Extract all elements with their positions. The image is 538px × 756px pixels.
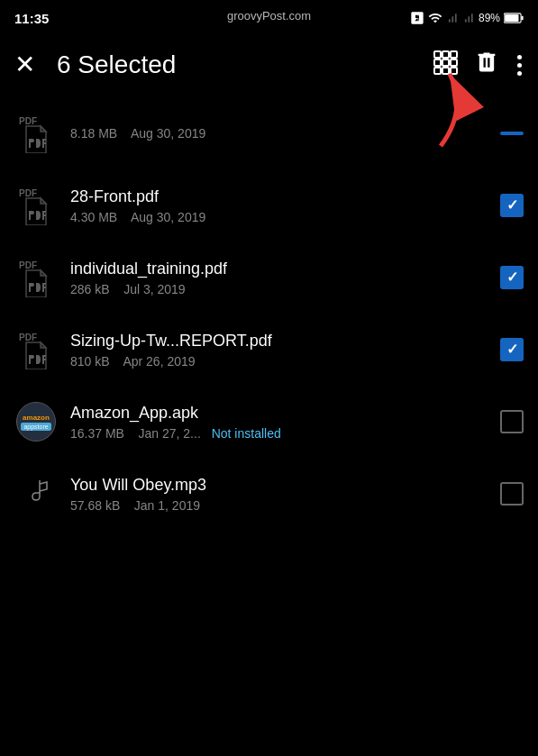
svg-rect-5 — [451, 51, 457, 58]
file-size: 810 kB — [70, 354, 110, 369]
file-size: 286 kB — [70, 282, 110, 296]
list-item[interactable]: PDF Sizing-Up-Tw...REPORT.pdf 810 kB Apr… — [0, 314, 538, 386]
list-item[interactable]: PDF individual_training.pdf 286 kB Jul 3… — [0, 241, 538, 314]
signal-icon — [446, 11, 459, 25]
svg-rect-9 — [434, 68, 441, 74]
action-bar: ✕ 6 Selected — [0, 32, 538, 97]
file-icon: PDF — [14, 328, 58, 371]
file-size: 4.30 MB — [70, 210, 117, 224]
svg-rect-3 — [434, 51, 441, 58]
status-bar: 11:35 groovyPost.com 89% — [0, 0, 538, 32]
list-item[interactable]: PDF 8.18 MB Aug 30, 2019 — [0, 97, 538, 169]
list-item[interactable]: You Will Obey.mp3 57.68 kB Jan 1, 2019 — [0, 458, 538, 530]
close-button[interactable]: ✕ — [14, 52, 35, 77]
svg-rect-1 — [521, 16, 523, 20]
signal2-icon — [462, 11, 475, 25]
file-date: Jul 3, 2019 — [123, 282, 186, 296]
file-name: Sizing-Up-Tw...REPORT.pdf — [70, 332, 489, 351]
file-date: Aug 30, 2019 — [131, 126, 205, 141]
file-info: You Will Obey.mp3 57.68 kB Jan 1, 2019 — [70, 476, 489, 513]
file-name: individual_training.pdf — [70, 260, 489, 278]
more-options-button[interactable] — [515, 53, 524, 77]
delete-button[interactable] — [474, 50, 499, 80]
file-icon: PDF — [14, 256, 58, 299]
status-icons: 89% — [410, 11, 524, 25]
file-icon: PDF — [14, 112, 58, 155]
file-date: Apr 26, 2019 — [123, 354, 195, 369]
svg-text:PDF: PDF — [19, 116, 37, 126]
file-info: 28-Front.pdf 4.30 MB Aug 30, 2019 — [70, 187, 489, 224]
svg-rect-8 — [451, 59, 457, 66]
file-list: PDF 8.18 MB Aug 30, 2019 PDF — [0, 97, 538, 530]
music-icon — [22, 477, 50, 511]
svg-rect-10 — [442, 68, 449, 74]
file-info: 8.18 MB Aug 30, 2019 — [70, 126, 489, 141]
not-installed-badge: Not installed — [212, 426, 281, 441]
file-icon — [14, 472, 58, 515]
file-icon: amazon appstore — [14, 400, 58, 443]
battery-icon — [504, 13, 524, 23]
svg-rect-11 — [451, 68, 457, 74]
action-bar-left: ✕ 6 Selected — [14, 50, 433, 79]
more-dots-icon — [515, 53, 524, 77]
file-meta: 286 kB Jul 3, 2019 — [70, 282, 489, 296]
wifi-icon — [428, 11, 442, 25]
file-name: You Will Obey.mp3 — [70, 476, 489, 495]
file-checkbox[interactable] — [500, 482, 524, 506]
file-meta: 16.37 MB Jan 27, 2... Not installed — [70, 426, 489, 441]
file-size: 8.18 MB — [70, 126, 117, 141]
list-item[interactable]: PDF 28-Front.pdf 4.30 MB Aug 30, 2019 ✓ — [0, 169, 538, 241]
file-info: individual_training.pdf 286 kB Jul 3, 20… — [70, 260, 489, 296]
status-time: 11:35 — [14, 11, 49, 26]
file-icon: PDF — [14, 184, 58, 227]
svg-rect-2 — [505, 14, 518, 22]
file-name: 28-Front.pdf — [70, 187, 489, 206]
svg-rect-6 — [434, 59, 441, 66]
file-size: 16.37 MB — [70, 426, 124, 441]
file-date: Jan 27, 2... — [139, 426, 201, 441]
partial-indicator — [500, 132, 524, 135]
amazon-appstore-icon: amazon appstore — [16, 402, 56, 442]
nfc-icon — [410, 11, 424, 25]
file-meta: 57.68 kB Jan 1, 2019 — [70, 498, 489, 513]
file-meta: 8.18 MB Aug 30, 2019 — [70, 126, 489, 141]
file-checkbox[interactable] — [500, 410, 524, 433]
checkmark-icon: ✓ — [506, 270, 518, 285]
file-meta: 810 kB Apr 26, 2019 — [70, 354, 489, 369]
svg-text:PDF: PDF — [19, 332, 37, 342]
list-item[interactable]: amazon appstore Amazon_App.apk 16.37 MB … — [0, 386, 538, 458]
file-date: Jan 1, 2019 — [134, 498, 200, 513]
file-checkbox[interactable]: ✓ — [500, 338, 524, 361]
file-checkbox[interactable] — [500, 122, 524, 145]
checkmark-icon: ✓ — [506, 342, 518, 357]
checkmark-icon: ✓ — [506, 198, 518, 213]
svg-text:PDF: PDF — [19, 188, 37, 198]
file-checkbox[interactable]: ✓ — [500, 194, 524, 217]
file-meta: 4.30 MB Aug 30, 2019 — [70, 210, 489, 224]
file-name: Amazon_App.apk — [70, 404, 489, 423]
file-size: 57.68 kB — [70, 498, 120, 513]
file-date: Aug 30, 2019 — [131, 210, 205, 224]
svg-text:PDF: PDF — [19, 260, 37, 270]
file-checkbox[interactable]: ✓ — [500, 266, 524, 289]
action-bar-right — [433, 50, 524, 80]
watermark: groovyPost.com — [227, 9, 311, 23]
file-info: Sizing-Up-Tw...REPORT.pdf 810 kB Apr 26,… — [70, 332, 489, 369]
battery-percent: 89% — [479, 12, 500, 24]
selected-title: 6 Selected — [57, 50, 176, 79]
svg-rect-7 — [442, 59, 449, 66]
file-info: Amazon_App.apk 16.37 MB Jan 27, 2... Not… — [70, 404, 489, 441]
svg-rect-4 — [442, 51, 449, 58]
select-all-button[interactable] — [433, 50, 458, 80]
